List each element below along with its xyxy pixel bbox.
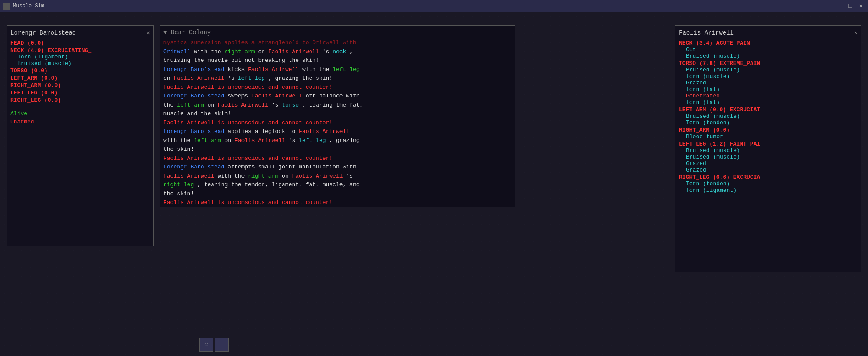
right-right-arm: RIGHT_ARM (0.0) Blood tumor	[679, 127, 858, 140]
r-torso-injury-3: Grazed	[686, 80, 858, 86]
neck-injury-1: Torn (ligament)	[17, 54, 150, 60]
r-neck-injury-2: Bruised (muscle)	[686, 53, 858, 59]
combat-log: mystica sumersion applies a stranglehold…	[163, 39, 511, 207]
body-part-left-leg: LEFT_LEG (0.0)	[10, 90, 150, 96]
right-panel-title: Faolis Arirwell ✕	[679, 29, 858, 36]
taskbar-item-2[interactable]: —	[215, 338, 229, 352]
right-neck: NECK (3.4) ACUTE_PAIN Cut Bruised (muscl…	[679, 40, 858, 59]
window-controls: — □ ✕	[836, 2, 865, 10]
r-lleg-injury-3: Grazed	[686, 160, 858, 167]
log-line-16: right leg , tearing the tendon, ligament…	[163, 181, 511, 189]
log-line-8: muscle and the skin!	[163, 110, 511, 118]
log-line-10: Lorengr Barolstead applies a leglock to …	[163, 127, 511, 136]
app-title: Muscle Sim	[13, 3, 836, 9]
r-larm-injury-1: Bruised (muscle)	[686, 113, 858, 120]
log-line-4: on Faolis Arirwell 's left leg , grazing…	[163, 74, 511, 83]
log-line-1: Orirwell with the right arm on Faolis Ar…	[163, 48, 511, 56]
neck-injury-2: Bruised (muscle)	[17, 60, 150, 67]
maximize-button[interactable]: □	[847, 2, 854, 10]
r-rleg-injury-1: Torn (tendon)	[686, 181, 858, 187]
log-line-6: Lorengr Barolstead sweeps Faolis Arirwel…	[163, 92, 511, 100]
log-line-13: Faolis Arirwell is unconscious and canno…	[163, 154, 511, 163]
body-part-left-arm: LEFT_ARM (0.0)	[10, 75, 150, 81]
log-line-5: Faolis Arirwell is unconscious and canno…	[163, 83, 511, 92]
body-part-torso: TORSO (0.0)	[10, 68, 150, 74]
r-rleg-injury-2: Torn (ligament)	[686, 187, 858, 194]
main-area: Lorengr Barolstead ✕ HEAD (0.0) NECK (4.…	[0, 12, 868, 356]
log-line-7: the left arm on Faolis Arirwell 's torso…	[163, 101, 511, 110]
r-larm-injury-2: Torn (tendon)	[686, 120, 858, 126]
log-line-9: Faolis Arirwell is unconscious and canno…	[163, 119, 511, 127]
right-right-leg: RIGHT_LEG (6.6) EXCRUCIA Torn (tendon) T…	[679, 174, 858, 194]
r-torso-injury-1: Bruised (muscle)	[686, 67, 858, 73]
taskbar: ☺ —	[199, 338, 229, 352]
log-line-15: Faolis Arirwell with the right arm on Fa…	[163, 172, 511, 181]
body-part-right-leg: RIGHT_LEG (0.0)	[10, 97, 150, 104]
left-panel-close[interactable]: ✕	[147, 29, 150, 36]
taskbar-item-1[interactable]: ☺	[199, 338, 213, 352]
r-neck-injury-1: Cut	[686, 46, 858, 53]
log-line-2: bruising the muscle but not breaking the…	[163, 56, 511, 65]
right-left-arm: LEFT_ARM (0.0) EXCRUCIAT Bruised (muscle…	[679, 107, 858, 126]
log-line-18: Faolis Arirwell is unconscious and canno…	[163, 198, 511, 207]
r-torso-injury-6: Torn (fat)	[686, 99, 858, 106]
log-line-12: the skin!	[163, 145, 511, 154]
right-panel: Faolis Arirwell ✕ NECK (3.4) ACUTE_PAIN …	[675, 25, 861, 272]
body-part-neck: NECK (4.9) EXCRUCIATING_	[10, 47, 150, 54]
log-line-11: with the left arm on Faolis Arirwell 's …	[163, 136, 511, 145]
r-torso-injury-2: Torn (muscle)	[686, 73, 858, 80]
center-panel-title: ▼ Bear Colony	[163, 29, 511, 36]
titlebar: Muscle Sim — □ ✕	[0, 0, 868, 12]
body-part-right-arm: RIGHT_ARM (0.0)	[10, 82, 150, 89]
right-torso: TORSO (7.8) EXTREME_PAIN Bruised (muscle…	[679, 60, 858, 106]
center-panel[interactable]: ▼ Bear Colony mystica sumersion applies …	[160, 25, 515, 207]
body-part-head: HEAD (0.0)	[10, 40, 150, 46]
r-torso-injury-5: Penetrated	[686, 93, 858, 99]
r-rarm-injury-1: Blood tumor	[686, 133, 858, 140]
close-button[interactable]: ✕	[858, 2, 865, 10]
status-alive: Alive	[10, 110, 150, 117]
status-unarmed: Unarmed	[10, 119, 150, 125]
app-icon	[3, 3, 10, 10]
r-lleg-injury-2: Bruised (muscle)	[686, 154, 858, 160]
right-left-leg: LEFT_LEG (1.2) FAINT_PAI Bruised (muscle…	[679, 141, 858, 173]
left-panel: Lorengr Barolstead ✕ HEAD (0.0) NECK (4.…	[7, 25, 154, 246]
r-lleg-injury-4: Grazed	[686, 167, 858, 173]
right-panel-close[interactable]: ✕	[854, 29, 858, 36]
minimize-button[interactable]: —	[836, 2, 843, 10]
log-line-3: Lorengr Barolstead kicks Faolis Arirwell…	[163, 65, 511, 74]
r-lleg-injury-1: Bruised (muscle)	[686, 147, 858, 154]
log-line-0: mystica sumersion applies a stranglehold…	[163, 39, 511, 47]
log-line-17: the skin!	[163, 190, 511, 198]
left-panel-title: Lorengr Barolstead ✕	[10, 29, 150, 36]
r-torso-injury-4: Torn (fat)	[686, 86, 858, 93]
log-line-14: Lorengr Barolstead attempts small joint …	[163, 163, 511, 172]
